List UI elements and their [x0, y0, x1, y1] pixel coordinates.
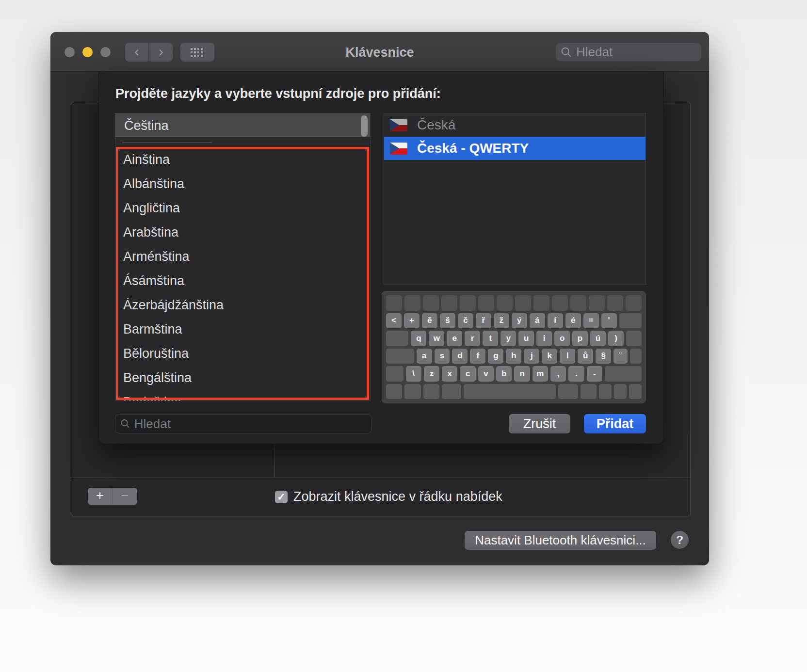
- keyboard-key: t: [483, 331, 498, 346]
- remove-input-source-button[interactable]: −: [113, 488, 137, 505]
- keyboard-key: [581, 384, 597, 400]
- keyboard-key: =: [583, 313, 599, 329]
- keyboard-key: [570, 295, 586, 311]
- keyboard-key: [629, 384, 642, 400]
- keyboard-key: [589, 295, 605, 311]
- keyboard-key: [386, 331, 408, 346]
- setup-bluetooth-keyboard-button[interactable]: Nastavit Bluetooth klávesnici...: [465, 531, 656, 550]
- keyboard-row: [386, 295, 642, 311]
- language-list-item[interactable]: Arménština: [115, 244, 370, 269]
- dialog-prompt: Projděte jazyky a vyberte vstupní zdroje…: [115, 86, 441, 101]
- keyboard-key: +: [404, 313, 420, 329]
- keyboard-key: [558, 384, 578, 400]
- language-list-item[interactable]: Barmština: [115, 317, 370, 341]
- keyboard-key: ,: [550, 366, 566, 382]
- keyboard-layout-preview: <+ěščřžýáíé='qwertyuiopú)asdfghjklů§¨\zx…: [382, 291, 646, 403]
- keyboard-key: é: [565, 313, 581, 329]
- help-button[interactable]: ?: [671, 531, 689, 549]
- keyboard-key: x: [442, 366, 457, 382]
- keyboard-key: f: [470, 349, 485, 364]
- keyboard-key: [619, 313, 642, 329]
- layout-list-item[interactable]: Česká - QWERTY: [384, 137, 646, 160]
- keyboard-key: z: [424, 366, 439, 382]
- keyboard-key: ý: [512, 313, 527, 329]
- keyboard-key: m: [533, 366, 548, 382]
- keyboard-key: [626, 295, 642, 311]
- keyboard-key: y: [500, 331, 516, 346]
- search-icon: [561, 47, 572, 58]
- layout-list[interactable]: ČeskáČeská - QWERTY: [384, 113, 646, 285]
- language-list-item[interactable]: Albánština: [115, 172, 370, 196]
- show-keyboard-in-menubar-checkbox[interactable]: ✓: [275, 491, 288, 503]
- add-button[interactable]: Přidat: [584, 414, 646, 433]
- keyboard-key: [404, 295, 420, 311]
- czech-flag-icon: [390, 143, 407, 155]
- keyboard-row: asdfghjklů§¨: [386, 349, 642, 364]
- language-list-item[interactable]: Ásámština: [115, 269, 370, 293]
- keyboard-key: ): [608, 331, 624, 346]
- keyboard-key: ': [601, 313, 617, 329]
- toolbar-search-field[interactable]: [556, 43, 701, 61]
- keyboard-preferences-window: + − ✓ Zobrazit klávesnice v řádku nabíde…: [50, 32, 709, 565]
- add-input-source-dialog: Projděte jazyky a vyberte vstupní zdroje…: [98, 72, 664, 444]
- keyboard-key: á: [530, 313, 545, 329]
- keyboard-key: [605, 366, 642, 382]
- language-list-header[interactable]: Čeština: [115, 113, 370, 138]
- keyboard-key: b: [496, 366, 512, 382]
- layout-list-item[interactable]: Česká: [384, 113, 646, 137]
- scrollbar-thumb[interactable]: [361, 115, 368, 137]
- keyboard-key: §: [596, 349, 611, 364]
- language-list-item[interactable]: Arabština: [115, 220, 370, 244]
- keyboard-key: o: [554, 331, 570, 346]
- keyboard-key: [630, 349, 642, 364]
- language-list-item[interactable]: Ázerbájdžánština: [115, 293, 370, 317]
- dialog-search-field[interactable]: [115, 414, 372, 433]
- language-list-item[interactable]: Angličtina: [115, 196, 370, 220]
- keyboard-key: [478, 295, 494, 311]
- keyboard-key: \: [406, 366, 421, 382]
- keyboard-key: h: [506, 349, 521, 364]
- toolbar-search-input[interactable]: [576, 45, 696, 60]
- language-list-item[interactable]: Bengálština: [115, 366, 370, 390]
- keyboard-key: u: [518, 331, 534, 346]
- pane-table-bottom-border: [71, 478, 690, 478]
- language-list-separator: [122, 143, 212, 143]
- keyboard-key: i: [536, 331, 552, 346]
- language-list[interactable]: Čeština AinštinaAlbánštinaAngličtinaArab…: [115, 113, 371, 401]
- keyboard-key: š: [440, 313, 455, 329]
- language-list-item[interactable]: Ainština: [115, 147, 370, 172]
- keyboard-key: a: [417, 349, 432, 364]
- keyboard-key: [441, 295, 457, 311]
- add-input-source-button[interactable]: +: [88, 488, 113, 505]
- keyboard-key: [386, 384, 402, 400]
- language-list-item[interactable]: Bodoština: [115, 390, 370, 401]
- keyboard-key: d: [452, 349, 468, 364]
- keyboard-key: r: [465, 331, 480, 346]
- keyboard-row: [386, 384, 642, 400]
- keyboard-key: ů: [578, 349, 593, 364]
- keyboard-key: [515, 295, 531, 311]
- dialog-search-input[interactable]: [134, 416, 367, 432]
- keyboard-key: č: [458, 313, 473, 329]
- keyboard-key: n: [514, 366, 530, 382]
- layout-label: Česká: [417, 117, 455, 133]
- show-keyboard-in-menubar-label: Zobrazit klávesnice v řádku nabídek: [293, 489, 502, 504]
- keyboard-key: j: [524, 349, 539, 364]
- keyboard-key: ě: [422, 313, 437, 329]
- keyboard-row: \zxcvbnm,.-: [386, 366, 642, 382]
- keyboard-key: -: [587, 366, 602, 382]
- keyboard-row: qwertyuiopú): [386, 331, 642, 346]
- cancel-button[interactable]: Zrušit: [509, 414, 570, 433]
- keyboard-key: k: [542, 349, 557, 364]
- keyboard-key: [423, 295, 439, 311]
- search-icon: [120, 418, 130, 429]
- keyboard-key: ř: [476, 313, 491, 329]
- keyboard-key: w: [429, 331, 444, 346]
- language-list-item[interactable]: Běloruština: [115, 341, 370, 366]
- keyboard-key: g: [488, 349, 503, 364]
- keyboard-key: <: [386, 313, 402, 329]
- keyboard-key: [423, 384, 439, 400]
- keyboard-key: [533, 295, 549, 311]
- keyboard-key: [599, 384, 612, 400]
- titlebar: ‹ › Klávesnice: [50, 32, 709, 72]
